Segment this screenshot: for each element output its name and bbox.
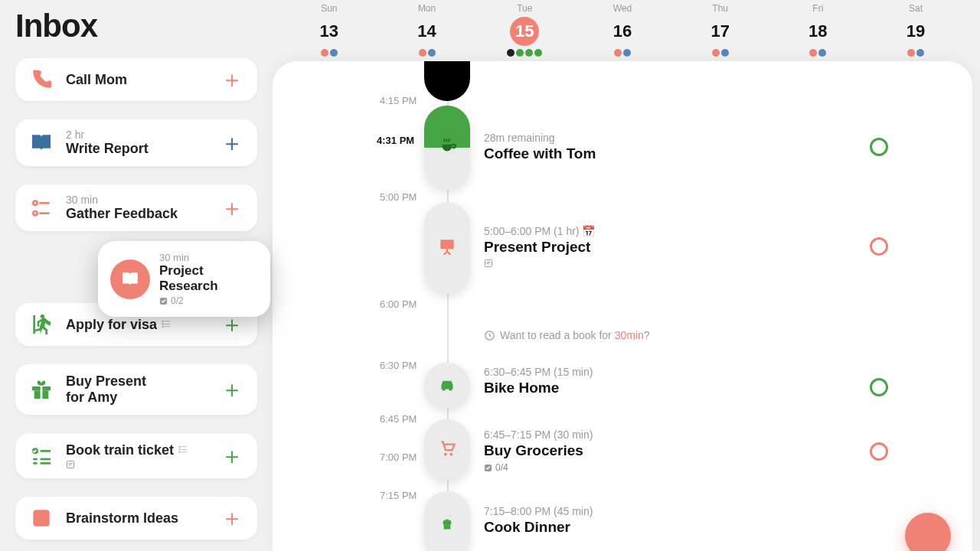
svg-point-43 [450,453,453,456]
add-button[interactable]: ＋ [220,445,243,468]
svg-rect-7 [165,321,171,321]
now-knob[interactable] [424,61,470,101]
svg-rect-18 [33,462,37,465]
time-tick: 6:45 PM [380,413,416,425]
complete-ring[interactable] [870,237,888,256]
svg-rect-22 [181,447,188,448]
event-bubble-coffee[interactable] [424,106,470,190]
book-icon [110,259,150,299]
svg-rect-21 [179,446,181,448]
day-sat[interactable]: Sat19 [870,3,962,57]
svg-rect-10 [162,325,164,327]
coffee-icon [437,136,457,159]
subtask-count: 0/4 [484,462,880,473]
svg-rect-6 [162,320,164,321]
add-button[interactable]: ＋ [220,378,243,401]
app-root: Inbox Call Mom ＋ 2 hr Write Report [0,0,980,551]
svg-rect-23 [179,448,181,450]
event-bubble-present[interactable] [424,202,470,294]
inbox-item-gather-feedback[interactable]: 30 min Gather Feedback ＋ [15,184,257,231]
inbox-item-buy-present[interactable]: Buy Present for Amy ＋ [15,364,257,415]
svg-rect-19 [41,458,51,460]
day-thu[interactable]: Thu17 [675,3,766,57]
event-meta: 6:30–6:45 PM (15 min) [484,366,880,378]
inbox-item-write-report[interactable]: 2 hr Write Report ＋ [15,119,257,166]
task-title: Write Report [66,141,208,157]
time-tick: 7:00 PM [380,452,416,463]
task-title: Apply for visa [66,317,208,333]
event-bike[interactable]: 6:30–6:45 PM (15 min) Bike Home [484,366,880,396]
timeline-panel[interactable]: 4:15 PM 4:31 PM 5:00 PM 6:00 PM 6:30 PM … [273,61,972,551]
inbox-item-book-train[interactable]: Book train ticket ＋ [15,433,257,478]
event-bubble-bike[interactable] [424,363,470,409]
add-button[interactable]: ＋ [220,197,243,220]
day-fri[interactable]: Fri18 [772,3,864,57]
day-wed[interactable]: Wed16 [577,3,668,57]
inbox-title: Inbox [15,8,257,44]
day-mon[interactable]: Mon14 [381,3,473,57]
svg-point-0 [33,201,37,204]
svg-rect-8 [162,323,164,324]
task-duration: 30 min [159,252,258,263]
add-fab[interactable] [905,513,951,551]
week-strip: Sun13 Mon14 Tue15 Wed16 Thu17 Fri18 Sat1… [273,0,972,57]
task-title: Book train ticket [66,442,208,458]
event-bubble-groceries[interactable] [424,419,470,481]
event-present[interactable]: 5:00–6:00 PM (1 hr) 📅 Present Project [484,225,880,268]
cart-icon [437,439,457,461]
event-groceries[interactable]: 6:45–7:15 PM (30 min) Buy Groceries 0/4 [484,429,880,473]
time-tick: 6:30 PM [380,360,416,371]
chef-icon [437,514,457,537]
event-title: Present Project [484,239,880,256]
svg-rect-24 [181,449,188,450]
add-button[interactable]: ＋ [220,68,243,91]
subtask-count: 0/2 [159,295,258,306]
svg-rect-16 [41,450,51,452]
day-sun[interactable]: Sun13 [283,3,375,57]
day-tue[interactable]: Tue15 [479,3,570,57]
complete-ring[interactable] [870,442,888,461]
event-coffee[interactable]: 28m remaining Coffee with Tom [484,132,880,162]
time-tick: 5:00 PM [380,191,416,203]
book-icon [29,131,54,155]
event-meta: 28m remaining [484,132,880,144]
time-tick: 4:15 PM [380,95,416,106]
task-title-line2: for Amy [66,390,208,406]
svg-point-41 [449,387,452,390]
phone-icon [29,67,54,92]
svg-rect-5 [33,315,35,334]
event-dinner[interactable]: 7:15–8:00 PM (45 min) Cook Dinner [484,505,880,536]
now-time: 4:31 PM [377,135,414,146]
sliders-icon [29,196,54,220]
svg-rect-17 [33,458,37,460]
inbox-item-call-mom[interactable]: Call Mom ＋ [15,58,257,101]
car-icon [437,374,457,397]
time-tick: 6:00 PM [380,298,416,310]
complete-ring[interactable] [870,378,888,396]
task-duration: 2 hr [66,129,208,141]
clock-icon [484,330,495,341]
list-badge-icon [161,318,172,329]
complete-ring[interactable] [870,138,888,156]
event-bubble-dinner[interactable] [424,491,470,551]
add-button[interactable]: ＋ [220,507,243,530]
svg-line-34 [444,252,447,255]
svg-rect-45 [444,525,451,529]
svg-rect-20 [41,462,51,465]
svg-point-2 [33,211,37,215]
dragged-task-card[interactable]: 30 min Project Research 0/2 [98,241,270,317]
note-badge [66,460,208,469]
inbox-item-brainstorm[interactable]: Brainstorm Ideas ＋ [15,497,257,540]
suggestion-text: Want to read a book for 30min? [500,329,650,341]
task-duration: 30 min [66,194,208,206]
add-button[interactable]: ＋ [220,132,243,155]
schedule-pane: Sun13 Mon14 Tue15 Wed16 Thu17 Fri18 Sat1… [273,0,980,551]
svg-rect-26 [181,452,188,453]
suggestion-row[interactable]: Want to read a book for 30min? [484,329,650,341]
task-title: Gather Feedback [66,206,208,222]
svg-rect-30 [33,510,49,526]
task-title: Brainstorm Ideas [66,510,208,527]
event-title: Buy Groceries [484,442,880,459]
task-title: Call Mom [66,72,208,88]
square-icon [29,506,54,530]
